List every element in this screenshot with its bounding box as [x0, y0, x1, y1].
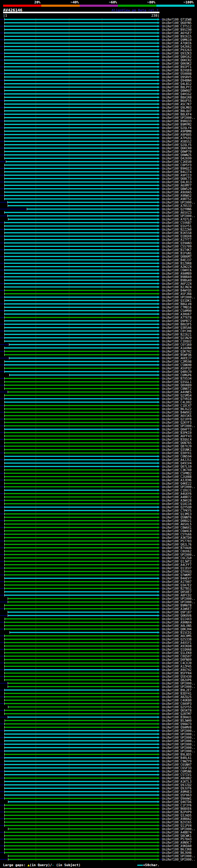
hit-label[interactable]: UniRef100_B8LPY2 [162, 86, 192, 89]
hit-label[interactable]: UniRef100_A9PII3 [162, 174, 192, 177]
hit-label[interactable]: UniRef100_Q0VR89 [162, 384, 192, 387]
hit-label[interactable]: UniRef100_A9AM89 [162, 272, 192, 275]
hit-label[interactable]: UniRef100_Q7VVU3 [162, 570, 192, 573]
hit-label[interactable]: UniRef100_A6YGE7 [162, 31, 192, 35]
hit-label[interactable]: UniRef100_B8LKF4 [162, 113, 192, 116]
hit-label[interactable]: UniRef100_Q9SRV5 [162, 75, 192, 79]
hit-label[interactable]: UniRef100_Q210Y8 [162, 417, 192, 421]
hit-label[interactable]: UniRef100_P57703 [162, 539, 192, 543]
hit-label[interactable]: UniRef100_B4G1T4 [162, 170, 192, 174]
hit-label[interactable]: UniRef100_A3WV28 [162, 499, 192, 502]
hit-label[interactable]: UniRef100_Q3SGL1 [162, 380, 192, 384]
hit-label[interactable]: UniRef100_Q1GY51 [162, 224, 192, 228]
hit-label[interactable]: UniRef100_UPI000.. [162, 682, 195, 685]
hit-label[interactable]: UniRef100_Q4BVJ9 [162, 370, 192, 373]
hit-label[interactable]: UniRef100_Q71EW8 [162, 18, 192, 21]
hit-label[interactable]: UniRef100_UPI000.. [162, 736, 195, 739]
hit-label[interactable]: UniRef100_Q069K2 [162, 62, 192, 65]
hit-label[interactable]: UniRef100_C0QS07 [162, 655, 192, 658]
hit-label[interactable]: UniRef100_A9RT52 [162, 197, 192, 201]
hit-label[interactable]: UniRef100_B9MAT8 [162, 604, 192, 607]
hit-label[interactable]: UniRef100_C5AM90 [162, 309, 192, 313]
hit-label[interactable]: UniRef100_A5FJR8 [162, 292, 192, 296]
hit-label[interactable]: UniRef100_A4BB74 [162, 831, 192, 834]
hit-label[interactable]: UniRef100_Q0BU21 [162, 519, 192, 523]
hit-label[interactable]: UniRef100_Q31DK1 [162, 299, 192, 302]
hit-label[interactable]: UniRef100_B4WYQ5 [162, 289, 192, 292]
hit-label[interactable]: UniRef100_Q0B6M7 [162, 255, 192, 258]
hit-label[interactable]: UniRef100_Q46TD6 [162, 800, 192, 804]
hit-label[interactable]: UniRef100_Q1JWT2 [162, 560, 192, 563]
hit-label[interactable]: UniRef100_Q42662 [162, 45, 192, 48]
hit-label[interactable]: UniRef100_Q9JUT6 [162, 787, 192, 790]
hit-label[interactable]: UniRef100_Q2KYF3 [162, 421, 192, 424]
hit-label[interactable]: UniRef100_Q491V4 [162, 462, 192, 465]
hit-label[interactable]: UniRef100_A4CFF7 [162, 563, 192, 566]
hit-label[interactable]: UniRef100_UPI000.. [162, 424, 195, 428]
hit-label[interactable]: UniRef100_Q5E430 [162, 675, 192, 678]
hit-label[interactable]: UniRef100_Q68YN5 [162, 21, 192, 25]
hit-label[interactable]: UniRef100_B9HQI3 [162, 167, 192, 170]
hit-label[interactable]: UniRef100_B9L2E7 [162, 688, 192, 692]
hit-label[interactable]: UniRef100_B3PKI0 [162, 431, 192, 434]
hit-label[interactable]: UniRef100_Q7WKM7 [162, 573, 192, 577]
hit-label[interactable]: UniRef100_A6FF43 [162, 434, 192, 438]
hit-label[interactable]: UniRef100_C1KEU0 [162, 160, 192, 163]
hit-label[interactable]: UniRef100_C3K7X0 [162, 468, 192, 472]
hit-label[interactable]: UniRef100_A6SXL5 [162, 523, 192, 526]
hit-label[interactable]: UniRef100_B2PVP9 [162, 810, 192, 814]
hit-label[interactable]: UniRef100_A9U742 [162, 668, 192, 672]
hit-label[interactable]: UniRef100_A6SVZ3 [162, 211, 192, 214]
hit-label[interactable]: UniRef100_C8N6T2 [162, 387, 192, 391]
hit-label[interactable]: UniRef100_UPI000.. [162, 296, 195, 299]
hit-label[interactable]: UniRef100_D0FN09 [162, 658, 192, 661]
hit-label[interactable]: UniRef100_C4UK80 [162, 699, 192, 702]
hit-label[interactable]: UniRef100_B8GLV8 [162, 302, 192, 306]
hit-label[interactable]: UniRef100_Q42699 [162, 157, 192, 160]
hit-label[interactable]: UniRef100_A4G6Y6 [162, 492, 192, 495]
hit-label[interactable]: UniRef100_A7QRI6 [162, 41, 192, 45]
hit-label[interactable]: UniRef100_A7T6T8 [162, 316, 192, 319]
hit-label[interactable]: UniRef100_A9M4E3 [162, 790, 192, 794]
hit-label[interactable]: UniRef100_A6EEJ7 [162, 356, 192, 360]
hit-label[interactable]: UniRef100_Q3SNK1 [162, 448, 192, 452]
hit-label[interactable]: UniRef100_A6V1K5 [162, 414, 192, 417]
hit-label[interactable]: UniRef100_UPI000.. [162, 733, 195, 736]
hit-label[interactable]: UniRef100_B8LQU7 [162, 109, 192, 113]
hit-label[interactable]: UniRef100_B2TBS1 [162, 587, 192, 590]
hit-label[interactable]: UniRef100_Q11PV4 [162, 824, 192, 827]
hit-label[interactable]: UniRef100_B6J6H8 [162, 851, 192, 855]
hit-label[interactable]: UniRef100_Q8KJH4 [162, 627, 192, 631]
hit-label[interactable]: UniRef100_A6F2Z4 [162, 282, 192, 285]
hit-label[interactable]: UniRef100_B6J3R8 [162, 848, 192, 851]
hit-label[interactable]: UniRef100_Q9M619 [162, 38, 192, 41]
hit-label[interactable]: UniRef100_B6JGZ2 [162, 407, 192, 411]
hit-label[interactable]: UniRef100_A9KDA0 [162, 844, 192, 848]
hit-label[interactable]: UniRef100_Q0WP70 [162, 150, 192, 153]
hit-label[interactable]: UniRef100_Q5F863 [162, 794, 192, 797]
hit-label[interactable]: UniRef100_P93263 [162, 48, 192, 52]
hit-label[interactable]: UniRef100_C6MGP6 [162, 373, 192, 377]
hit-label[interactable]: UniRef100_A7Q7L0 [162, 218, 192, 221]
hit-label[interactable]: UniRef100_A6XMY7 [162, 184, 192, 187]
hit-label[interactable]: UniRef100_C4LD02 [162, 401, 192, 404]
hit-label[interactable]: UniRef100_B2JNZ4 [162, 285, 192, 289]
hit-label[interactable]: UniRef100_UPI000.. [162, 685, 195, 688]
hit-label[interactable]: UniRef100_Q2SMS4 [162, 394, 192, 397]
hit-label[interactable]: UniRef100_Q1QHA8 [162, 648, 192, 651]
hit-label[interactable]: UniRef100_C6SNH7 [162, 763, 192, 766]
hit-label[interactable]: UniRef100_A1ZP45 [162, 665, 192, 668]
hit-label[interactable]: UniRef100_UPI000.. [162, 827, 195, 831]
hit-label[interactable]: UniRef100_A5C7K7 [162, 102, 192, 106]
hit-label[interactable]: UniRef100_Q4LB12 [162, 82, 192, 86]
hit-label[interactable]: UniRef100_Q3K7H2 [162, 350, 192, 353]
hit-label[interactable]: UniRef100_Q058E7 [162, 590, 192, 594]
hit-label[interactable]: UniRef100_B1T4K7 [162, 248, 192, 252]
hit-label[interactable]: UniRef100_Q2S338 [162, 638, 192, 641]
hit-label[interactable]: UniRef100_Q07LS9 [162, 465, 192, 468]
hit-label[interactable]: UniRef100_A6C0M5 [162, 634, 192, 638]
hit-label[interactable]: UniRef100_UPI000.. [162, 743, 195, 746]
hit-label[interactable]: UniRef100_Q9AAW1 [162, 797, 192, 800]
hit-label[interactable]: UniRef100_Q9AMV8 [162, 726, 192, 729]
hit-label[interactable]: UniRef100_A7PG91 [162, 136, 192, 140]
